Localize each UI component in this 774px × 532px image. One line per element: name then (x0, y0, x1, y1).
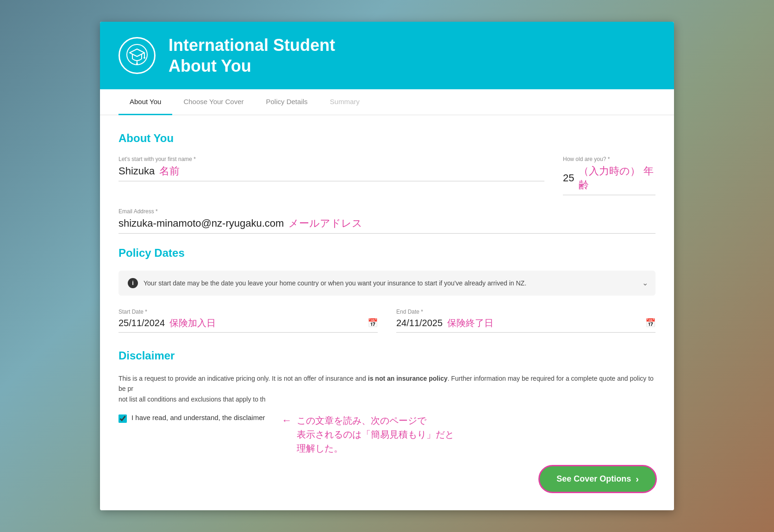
graduation-cap-icon (125, 43, 149, 68)
see-cover-options-button[interactable]: See Cover Options › (540, 466, 655, 492)
annotation-arrow: ← (282, 414, 292, 427)
age-label: How old are you? * (563, 156, 655, 162)
first-name-value: Shizuka 名前 (119, 164, 544, 181)
nav-tabs: About You Choose Your Cover Policy Detai… (100, 89, 674, 115)
see-cover-label: See Cover Options (556, 474, 631, 484)
start-date-value-row: 25/11/2024 保険加入日 📅 (119, 317, 378, 333)
disclaimer-text-part1: This is a request to provide an indicati… (119, 375, 368, 382)
annotation-block: I have read, and understand, the disclai… (119, 414, 655, 455)
email-value: shizuka-minamoto@nz-ryugaku.com メールアドレス (119, 217, 655, 234)
email-japanese: メールアドレス (288, 217, 362, 230)
start-date-calendar-icon[interactable]: 📅 (368, 318, 378, 328)
date-row: Start Date * 25/11/2024 保険加入日 📅 End Date… (119, 309, 655, 333)
tab-summary: Summary (319, 89, 371, 115)
svg-marker-1 (130, 49, 144, 56)
annotation-text: この文章を読み、次のページで 表示されるのは「簡易見積もり」だと 理解した。 (297, 414, 454, 455)
tab-choose-cover[interactable]: Choose Your Cover (172, 89, 255, 115)
email-text: shizuka-minamoto@nz-ryugaku.com (119, 217, 284, 229)
start-date-value: 25/11/2024 (119, 318, 165, 328)
email-row: Email Address * shizuka-minamoto@nz-ryug… (119, 208, 655, 234)
header-logo (119, 37, 156, 74)
info-icon: i (128, 278, 138, 288)
start-date-japanese: 保険加入日 (169, 317, 216, 329)
first-name-text: Shizuka (119, 165, 155, 177)
header-title-line2: About You (169, 56, 335, 76)
header: International Student About You (100, 22, 674, 89)
info-chevron-icon: ⌄ (642, 278, 648, 287)
first-name-field: Let's start with your first name * Shizu… (119, 156, 544, 195)
policy-dates-heading: Policy Dates (119, 247, 655, 260)
end-date-calendar-icon[interactable]: 📅 (645, 318, 655, 328)
tab-about-you[interactable]: About You (119, 89, 172, 115)
start-date-field: Start Date * 25/11/2024 保険加入日 📅 (119, 309, 378, 333)
svg-point-3 (144, 57, 145, 59)
disclaimer-text: This is a request to provide an indicati… (119, 373, 655, 404)
svg-point-5 (136, 63, 138, 65)
policy-dates-info-box[interactable]: i Your start date may be the date you le… (119, 271, 655, 296)
header-title: International Student About You (169, 35, 335, 76)
start-date-label: Start Date * (119, 309, 378, 315)
disclaimer-checkbox[interactable] (119, 414, 127, 423)
first-name-label: Let's start with your first name * (119, 156, 544, 162)
policy-dates-info-text: Your start date may be the date you leav… (144, 279, 526, 287)
footer-row: See Cover Options › (119, 459, 655, 492)
header-title-line1: International Student (169, 35, 335, 56)
page-container: International Student About You About Yo… (100, 22, 674, 510)
email-label: Email Address * (119, 208, 655, 215)
end-date-japanese: 保険終了日 (447, 317, 493, 329)
end-date-field: End Date * 24/11/2025 保険終了日 📅 (396, 309, 655, 333)
end-date-value-row: 24/11/2025 保険終了日 📅 (396, 317, 655, 333)
end-date-value: 24/11/2025 (396, 318, 443, 328)
disclaimer-text-bold: is not an insurance policy (368, 375, 448, 382)
age-value: 25 （入力時の） 年齢 (563, 164, 655, 195)
disclaimer-checkbox-label: I have read, and understand, the disclai… (131, 414, 265, 421)
age-field: How old are you? * 25 （入力時の） 年齢 (563, 156, 655, 195)
age-number: 25 (563, 172, 574, 184)
first-name-japanese: 名前 (159, 164, 180, 178)
email-field: Email Address * shizuka-minamoto@nz-ryug… (119, 208, 655, 234)
age-japanese: （入力時の） 年齢 (579, 164, 655, 192)
disclaimer-text-part3: not list all conditions and exclusions t… (119, 396, 266, 403)
disclaimer-heading: Disclaimer (119, 349, 655, 362)
disclaimer-checkbox-row: I have read, and understand, the disclai… (119, 414, 265, 423)
tab-policy-details[interactable]: Policy Details (255, 89, 319, 115)
name-age-row: Let's start with your first name * Shizu… (119, 156, 655, 195)
main-content: About You Let's start with your first na… (100, 115, 674, 510)
end-date-label: End Date * (396, 309, 655, 315)
see-cover-chevron-icon: › (636, 474, 639, 484)
about-you-heading: About You (119, 132, 655, 145)
